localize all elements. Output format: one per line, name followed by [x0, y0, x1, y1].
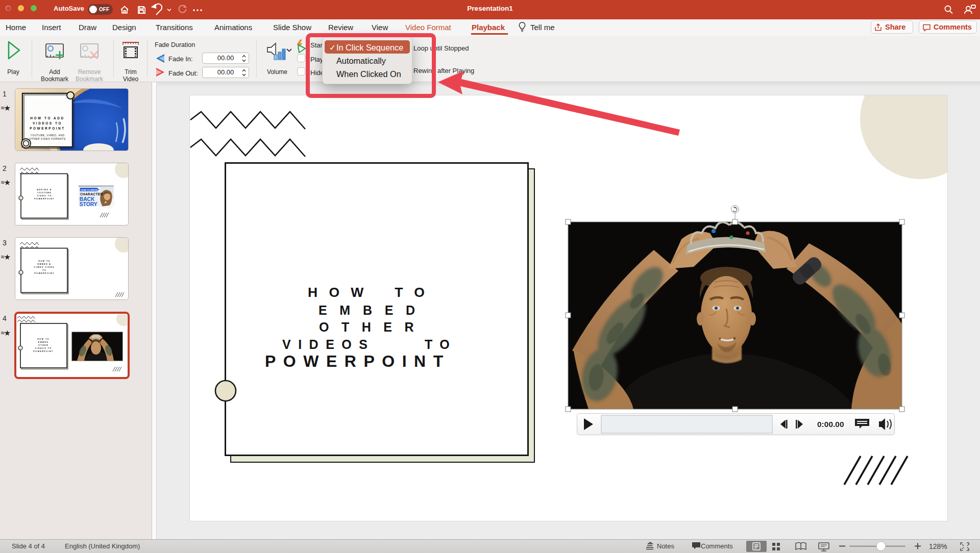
svg-text:TO: TO — [42, 269, 46, 271]
svg-text:POWERPOINT: POWERPOINT — [33, 350, 54, 353]
svg-text:YOUTUBE: YOUTUBE — [37, 192, 52, 194]
svg-text:HOW TO ADD: HOW TO ADD — [30, 116, 65, 120]
svg-text:EMBED A: EMBED A — [38, 263, 52, 265]
svg-text:STORY: STORY — [80, 202, 97, 207]
svg-text:POWERPOINT: POWERPOINT — [30, 127, 65, 130]
svg-text:HOW TO: HOW TO — [38, 260, 51, 262]
svg-text:VIDEOS TO: VIDEOS TO — [33, 121, 62, 125]
svg-text:OTHER: OTHER — [38, 344, 48, 346]
svg-text:0:00.00: 0:00.00 — [817, 420, 844, 429]
svg-text:VIMEO VIDEO: VIMEO VIDEO — [34, 266, 55, 268]
svg-text:OTHER VIDEO FORMATS: OTHER VIDEO FORMATS — [29, 137, 65, 140]
svg-text:CHARACTER: CHARACTER — [80, 192, 103, 196]
svg-text:POWERPOINT: POWERPOINT — [34, 198, 55, 200]
svg-text:EMBED: EMBED — [38, 341, 48, 343]
svg-text:ADDING A: ADDING A — [37, 189, 52, 191]
svg-text:VIDEOS TO: VIDEOS TO — [35, 347, 52, 349]
svg-text:128%: 128% — [929, 542, 947, 550]
svg-text:POWERPOINT: POWERPOINT — [34, 272, 55, 274]
svg-text:VIDEO TO: VIDEO TO — [37, 195, 52, 197]
svg-text:HOW TO: HOW TO — [37, 338, 50, 340]
svg-text:YOUTUBE, VIMEO, AND: YOUTUBE, VIMEO, AND — [30, 134, 65, 137]
svg-text:HOW TO WRITE: HOW TO WRITE — [81, 189, 98, 191]
